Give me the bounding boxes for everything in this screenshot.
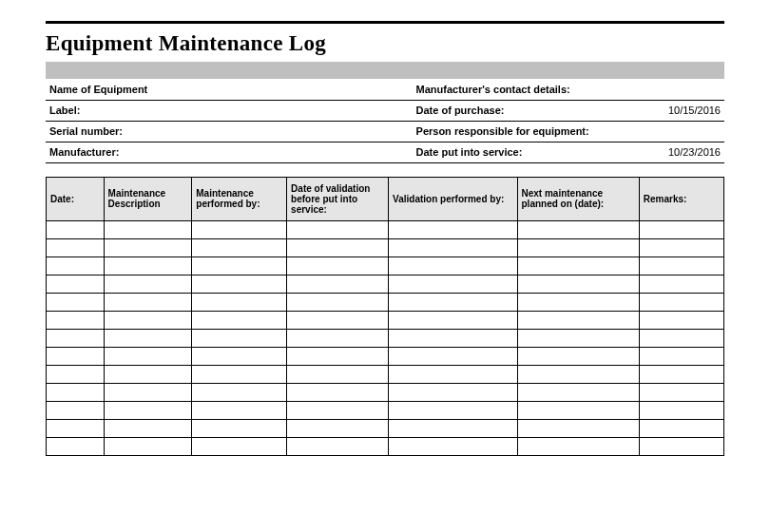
table-cell [47, 437, 105, 455]
table-cell [192, 347, 287, 365]
table-cell [192, 311, 287, 329]
info-row: Serial number:Person responsible for equ… [46, 121, 724, 142]
table-cell [47, 347, 105, 365]
info-label: Manufacturer: [46, 142, 182, 162]
table-cell [104, 437, 192, 455]
table-row [47, 401, 724, 419]
table-row [47, 437, 724, 455]
table-cell [104, 329, 192, 347]
table-cell [517, 256, 639, 275]
info-label: Name of Equipment [46, 79, 182, 100]
table-cell [639, 347, 723, 365]
table-cell [104, 419, 192, 437]
table-cell [192, 419, 287, 437]
table-cell [639, 329, 723, 347]
table-cell [389, 383, 517, 401]
table-cell [47, 311, 105, 329]
table-row [47, 293, 724, 311]
table-cell [104, 401, 192, 419]
table-cell [389, 220, 517, 238]
table-cell [192, 293, 287, 311]
table-cell [639, 220, 723, 238]
info-label: Serial number: [46, 121, 182, 142]
table-cell [287, 238, 389, 256]
info-label: Date of purchase: [413, 100, 616, 121]
table-cell [192, 238, 287, 256]
info-value: 10/15/2016 [616, 100, 724, 121]
table-cell [104, 220, 192, 238]
table-cell [47, 220, 105, 238]
table-cell [287, 347, 389, 365]
table-cell [287, 365, 389, 383]
table-cell [104, 256, 192, 275]
table-cell [287, 401, 389, 419]
table-cell [639, 293, 723, 311]
table-row [47, 347, 724, 365]
log-col-header: Maintenance Description [104, 177, 192, 220]
table-cell [389, 311, 517, 329]
info-value [182, 79, 413, 100]
table-cell [389, 293, 517, 311]
table-cell [639, 383, 723, 401]
table-row [47, 311, 724, 329]
info-row: Label:Date of purchase:10/15/2016 [46, 100, 724, 121]
table-cell [104, 383, 192, 401]
table-cell [192, 383, 287, 401]
top-rule [46, 21, 724, 24]
info-label: Manufacturer's contact details: [413, 79, 616, 100]
info-label: Label: [46, 100, 182, 121]
info-label: Person responsible for equipment: [413, 121, 616, 142]
table-cell [517, 311, 639, 329]
table-cell [47, 365, 105, 383]
table-cell [47, 383, 105, 401]
table-cell [389, 437, 517, 455]
log-col-header: Validation performed by: [389, 177, 517, 220]
log-col-header: Next maintenance planned on (date): [517, 177, 639, 220]
table-cell [389, 238, 517, 256]
table-cell [287, 293, 389, 311]
table-cell [192, 256, 287, 275]
table-cell [104, 275, 192, 293]
table-row [47, 365, 724, 383]
table-row [47, 419, 724, 437]
table-cell [104, 311, 192, 329]
table-cell [639, 437, 723, 455]
table-cell [47, 293, 105, 311]
table-cell [517, 401, 639, 419]
table-cell [389, 401, 517, 419]
table-cell [639, 419, 723, 437]
table-cell [389, 256, 517, 275]
table-cell [192, 401, 287, 419]
info-value: 10/23/2016 [616, 142, 724, 162]
table-cell [517, 329, 639, 347]
table-cell [287, 437, 389, 455]
log-table: Date:Maintenance DescriptionMaintenance … [46, 177, 724, 456]
table-cell [287, 256, 389, 275]
log-col-header: Date of validation before put into servi… [287, 177, 389, 220]
title-bar [46, 62, 724, 79]
table-cell [47, 419, 105, 437]
info-value [616, 121, 724, 142]
table-row [47, 220, 724, 238]
table-cell [287, 383, 389, 401]
info-label: Date put into service: [413, 142, 616, 162]
table-cell [517, 238, 639, 256]
table-cell [639, 365, 723, 383]
table-cell [192, 437, 287, 455]
table-cell [287, 329, 389, 347]
table-cell [192, 275, 287, 293]
table-cell [389, 419, 517, 437]
table-cell [47, 238, 105, 256]
table-cell [104, 347, 192, 365]
table-cell [287, 419, 389, 437]
table-row [47, 383, 724, 401]
table-cell [517, 293, 639, 311]
table-cell [47, 401, 105, 419]
page-title: Equipment Maintenance Log [46, 31, 724, 56]
table-cell [517, 275, 639, 293]
table-cell [639, 311, 723, 329]
info-row: Manufacturer:Date put into service:10/23… [46, 142, 724, 162]
table-cell [389, 347, 517, 365]
table-cell [287, 220, 389, 238]
table-cell [192, 220, 287, 238]
